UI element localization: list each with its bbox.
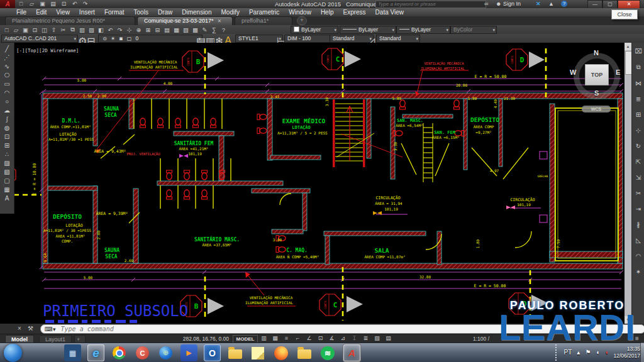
menu-item[interactable]: Insert <box>79 9 95 16</box>
start-button[interactable] <box>4 344 22 362</box>
mirror-icon[interactable]: ⋈ <box>635 80 642 87</box>
scroll-down-icon[interactable]: ▼ <box>625 316 631 324</box>
new-tab-button[interactable]: + <box>297 16 307 25</box>
revcloud-icon[interactable]: ☁ <box>4 107 11 114</box>
snap-mode-icon[interactable]: ▦ <box>272 335 279 342</box>
make-block-icon[interactable]: ⊞ <box>4 142 11 149</box>
qsaveas-icon[interactable]: ▤ <box>50 1 57 8</box>
quickcalc-icon[interactable]: ∑ <box>211 26 218 33</box>
autodesk360-icon[interactable]: ✕ <box>536 1 541 8</box>
chamfer-icon[interactable]: ◺ <box>635 237 642 244</box>
ortho-mode-icon[interactable]: ⌐ <box>294 335 301 342</box>
plotstyle-control-dropdown[interactable]: ByColor <box>450 26 497 34</box>
close-button[interactable]: ✕ <box>618 0 640 9</box>
region-icon[interactable]: ▢ <box>4 177 11 184</box>
taskbar-icon-autocad[interactable]: A <box>343 344 361 362</box>
muted-volume-icon[interactable]: ◖ <box>604 349 608 356</box>
save-icon[interactable]: ▣ <box>22 26 29 33</box>
zoom-realtime-icon[interactable]: ⊕ <box>135 26 142 33</box>
doc-tab-comunique-se[interactable]: Comunique-se 23-03-2017*✕ <box>137 16 233 25</box>
taskbar-icon-calculator[interactable]: ▦ <box>64 344 81 361</box>
scale-icon[interactable]: ⇱ <box>635 158 642 165</box>
copy-icon[interactable]: ⧉ <box>69 26 76 33</box>
command-close-icon[interactable]: × <box>18 325 21 332</box>
hatch-icon[interactable]: ▨ <box>4 160 11 167</box>
taskbar-icon-spotify[interactable]: ≋ <box>321 346 335 360</box>
menu-item[interactable]: Dimension <box>182 9 211 16</box>
spline-icon[interactable]: ∫ <box>4 116 11 123</box>
circle-icon[interactable]: ○ <box>4 98 11 105</box>
lineweight-control-dropdown[interactable]: ByLayer <box>340 26 396 34</box>
action-center-flag-icon[interactable]: ⚑ <box>585 349 591 356</box>
help-icon[interactable]: ? <box>561 1 567 7</box>
move-icon[interactable]: ⊹ <box>635 127 642 134</box>
color-control-dropdown[interactable]: ByLayer <box>291 26 338 34</box>
erase-icon[interactable]: ⌧ <box>635 48 642 55</box>
copy-icon[interactable]: ⧉ <box>635 63 642 71</box>
offset-icon[interactable]: ≣ <box>635 96 642 102</box>
osnap-icon[interactable]: ⊡ <box>317 335 324 342</box>
dim-style-dropdown[interactable]: DIM - 100 <box>284 35 335 43</box>
break-icon[interactable]: ∦ <box>635 221 642 228</box>
explode-icon[interactable]: ✶ <box>635 268 642 275</box>
new-file-icon[interactable]: □ <box>3 26 10 33</box>
polar-tracking-icon[interactable]: ∠ <box>306 335 313 342</box>
help-icon[interactable]: ? <box>220 26 227 33</box>
polyline-icon[interactable]: ∿ <box>4 63 11 70</box>
insert-block-icon[interactable]: ⊡ <box>4 133 11 140</box>
transparency-icon[interactable]: ▨ <box>374 335 380 342</box>
menu-item[interactable]: Help <box>321 9 334 16</box>
undo-icon[interactable]: ↶ <box>71 1 78 8</box>
taskbar-icon-internet-explorer[interactable]: e <box>87 344 104 361</box>
designcenter-icon[interactable]: ▦ <box>173 26 180 33</box>
table-icon[interactable]: ▦ <box>4 186 11 193</box>
plot-preview-icon[interactable]: ◫ <box>41 26 48 33</box>
taskbar-icon-documents-folder[interactable] <box>297 349 311 359</box>
menu-item[interactable]: Tools <box>134 9 148 16</box>
stretch-icon[interactable]: ⇲ <box>635 174 642 181</box>
tray-chevron-icon[interactable]: ▴ <box>577 349 580 356</box>
publish-icon[interactable]: ⇪ <box>50 26 57 33</box>
menu-item[interactable]: Modify <box>221 9 240 16</box>
doc-tab-preffolha1[interactable]: preffolha1* <box>235 16 292 25</box>
search-binoculars-icon[interactable]: ∞ <box>484 1 488 8</box>
cut-icon[interactable]: ✂ <box>60 26 67 33</box>
line-icon[interactable]: ╱ <box>4 45 11 52</box>
exchange-apps-icon[interactable]: ▲ <box>548 1 554 8</box>
qnew-icon[interactable]: □ <box>18 1 25 8</box>
sign-in-person-icon[interactable]: ☻ <box>496 1 501 8</box>
array-icon[interactable]: ⊞ <box>635 111 642 118</box>
qplot-icon[interactable]: ⊡ <box>60 1 67 8</box>
zoom-previous-icon[interactable]: ⊟ <box>154 26 161 33</box>
menu-item[interactable]: Format <box>104 9 125 16</box>
point-icon[interactable]: ∴ <box>4 151 11 158</box>
taskbar-icon-outlook[interactable]: O <box>204 344 221 361</box>
qopen-icon[interactable]: ▱ <box>28 1 35 8</box>
lineweight-icon[interactable]: ≣ <box>362 335 369 342</box>
language-indicator[interactable]: PT <box>564 349 572 356</box>
command-input[interactable] <box>60 325 565 333</box>
polygon-icon[interactable]: ⎔ <box>4 72 11 79</box>
rectangle-icon[interactable]: ▭ <box>4 80 11 87</box>
redo-icon[interactable]: ↷ <box>116 26 123 33</box>
annotation-scale[interactable]: 1:100 / <box>473 336 489 342</box>
pan-icon[interactable]: ⊹ <box>126 26 133 33</box>
show-desktop-button[interactable] <box>640 343 644 362</box>
command-input-bar[interactable]: ⌨▾ <box>40 324 644 334</box>
menu-item[interactable]: Window <box>289 9 311 16</box>
restore-button[interactable]: ▢ <box>602 0 618 9</box>
menu-item[interactable]: Data View <box>375 9 404 16</box>
quick-properties-icon[interactable]: ▤ <box>385 335 392 342</box>
open-file-icon[interactable]: ▱ <box>13 26 19 33</box>
properties-icon[interactable]: ▤ <box>164 26 170 33</box>
infer-constraints-icon[interactable]: ▥ <box>260 335 267 342</box>
keyword-search-input[interactable] <box>375 1 486 8</box>
undo-icon[interactable]: ↶ <box>107 26 114 33</box>
gradient-icon[interactable]: ▧ <box>4 168 11 175</box>
tool-palettes-icon[interactable]: ▧ <box>182 26 189 33</box>
sign-in-label[interactable]: Sign In <box>503 1 521 8</box>
status-menu-icon[interactable]: ≡ <box>635 335 639 342</box>
volume-icon[interactable]: ◖ <box>596 349 599 356</box>
menu-item[interactable]: Express <box>343 9 365 16</box>
tray-clock[interactable]: 13:35 12/06/2017 <box>613 346 640 359</box>
